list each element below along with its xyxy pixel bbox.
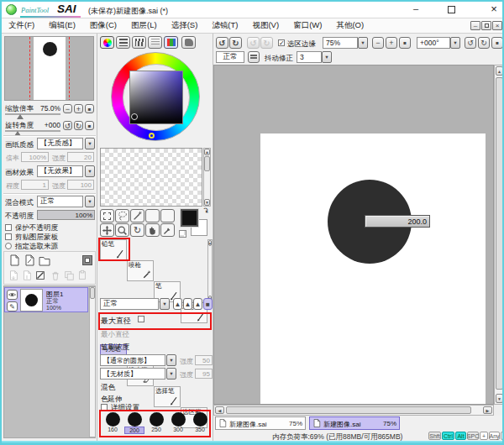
nav-zoom-slider[interactable] [5, 113, 60, 115]
scratchpad-scrollbar-thumb[interactable] [204, 156, 210, 171]
layer-opacity-slider[interactable]: 100% [37, 210, 95, 220]
navigator-preview[interactable] [4, 36, 94, 101]
close-button[interactable]: × [486, 3, 501, 16]
document-tab-2-active[interactable]: 新建图像.sai 75% [309, 416, 400, 430]
scratchpad-toggle[interactable] [181, 36, 196, 49]
tip-shape-3-button[interactable]: ▲ [193, 298, 202, 310]
zoom-out-button[interactable]: − [63, 104, 72, 113]
layer-blend-select[interactable]: 正常 [37, 196, 83, 207]
copy-layer-icon[interactable] [63, 270, 75, 281]
brush-select-pen[interactable]: 选择笔 [154, 386, 181, 407]
edge-shape-dropdown-button[interactable]: ▼ [166, 354, 176, 366]
layer-blend-dropdown-button[interactable]: ▼ [85, 196, 95, 207]
menu-select[interactable]: 选择(S) [171, 20, 198, 31]
merge-down-icon[interactable] [21, 270, 33, 281]
rgb-sliders-toggle[interactable] [116, 36, 130, 49]
view-zoom-out-button[interactable]: − [372, 37, 384, 49]
brush-mode-dropdown-button[interactable]: ▼ [160, 298, 170, 310]
magic-wand-tool[interactable] [130, 209, 144, 222]
rotate-reset-button[interactable]: ■ [85, 121, 94, 130]
hsv-sliders-toggle[interactable] [132, 36, 146, 49]
clear-layer-icon[interactable] [34, 270, 46, 281]
maximize-button[interactable] [448, 6, 455, 13]
advanced-settings-checkbox[interactable] [101, 404, 108, 411]
menu-filter[interactable]: 滤镜(T) [212, 20, 238, 31]
canvas-scroll-left[interactable]: ◀ [215, 406, 224, 414]
canvas-page[interactable]: 200.0 [260, 134, 486, 405]
size-preset-300[interactable]: 300 [168, 412, 188, 436]
size-preset-160[interactable]: 160 [102, 412, 123, 436]
tool-slot-empty-1[interactable] [145, 209, 160, 222]
nav-rotate-slider[interactable] [5, 130, 60, 132]
protect-opacity-checkbox[interactable] [5, 224, 12, 231]
menu-others[interactable]: 其他(O) [336, 20, 364, 31]
rotate-ccw-button[interactable]: ↺ [63, 121, 72, 130]
reselect-button[interactable]: ↻ [260, 37, 273, 49]
redo-button[interactable]: ↻ [229, 37, 242, 49]
paper-effect-dropdown-button[interactable]: ▼ [85, 165, 95, 177]
paint-mode-select[interactable]: 正常 [216, 51, 244, 63]
delete-layer-icon[interactable] [50, 270, 61, 281]
paper-texture-select[interactable]: 【无质感】 [37, 138, 83, 149]
color-wheel-toggle[interactable] [100, 36, 114, 49]
menu-layer[interactable]: 图层(L) [131, 20, 157, 31]
menu-view[interactable]: 视图(V) [252, 20, 279, 31]
zoom-reset-button[interactable]: ■ [85, 104, 94, 113]
mdi-minimize-button[interactable]: – [470, 21, 480, 30]
new-layer-icon[interactable] [8, 254, 21, 267]
menu-edit[interactable]: 编辑(E) [49, 20, 76, 31]
view-rotate-cw-button[interactable]: ↻ [478, 37, 490, 49]
hand-tool[interactable] [145, 223, 160, 237]
eyedropper-tool[interactable] [160, 223, 175, 237]
brush-mode-select[interactable]: 正常 [100, 298, 159, 310]
clipping-mask-checkbox[interactable] [5, 233, 12, 240]
tip-shape-4-button-selected[interactable]: ■ [203, 298, 213, 310]
document-tab-1[interactable]: 新建图像.sai 75% [215, 416, 306, 430]
selection-edge-checkbox[interactable]: ✓ [278, 39, 285, 46]
mdi-restore-button[interactable] [481, 21, 491, 30]
scratchpad-area[interactable] [100, 148, 202, 207]
layer-visibility-toggle[interactable] [7, 290, 18, 300]
brush-airbrush[interactable]: 喷枪 [127, 260, 154, 281]
layer-mask-icon[interactable] [82, 255, 92, 265]
view-angle-select[interactable]: +000° [417, 37, 450, 49]
foreground-color-swatch[interactable] [181, 209, 198, 227]
menu-window[interactable]: 窗口(W) [293, 20, 322, 31]
tip-shape-1-button[interactable]: ▲ [173, 298, 182, 310]
view-zoom-in-button[interactable]: + [386, 37, 397, 49]
nav-zoom-slider-thumb[interactable] [17, 114, 24, 119]
canvas-hscrollbar-thumb[interactable] [226, 406, 471, 414]
color-wheel[interactable] [111, 52, 200, 141]
stabilizer-dropdown-button[interactable]: ▼ [322, 51, 332, 63]
view-zoom-dropdown-button[interactable]: ▼ [358, 37, 368, 49]
canvas-scroll-down[interactable]: ▼ [496, 394, 503, 403]
rotate-cw-button[interactable]: ↻ [74, 121, 83, 130]
canvas-scroll-right[interactable]: ▶ [483, 406, 492, 414]
view-rotate-ccw-button[interactable]: ↺ [465, 37, 476, 49]
canvas-vscrollbar[interactable]: ▲ ▼ [494, 65, 504, 405]
mdi-close-button[interactable]: × [492, 21, 502, 30]
minimize-button[interactable]: – [408, 3, 423, 16]
move-tool[interactable] [100, 223, 114, 237]
view-rotate-reset-button[interactable]: ■ [491, 37, 503, 49]
undo-button[interactable]: ↺ [216, 37, 228, 49]
brush-grid-scrollbar[interactable]: ▲ ▼ [207, 239, 213, 302]
swatches-toggle[interactable] [164, 36, 178, 49]
scratchpad-scroll-down[interactable]: ▼ [204, 199, 210, 206]
menu-file[interactable]: 文件(F) [8, 20, 34, 31]
transparent-color-button[interactable] [179, 230, 186, 238]
new-linework-layer-icon[interactable] [23, 254, 36, 267]
view-zoom-select[interactable]: 75% [323, 37, 358, 49]
menu-image[interactable]: 图像(C) [90, 20, 117, 31]
paste-layer-icon[interactable] [76, 270, 88, 281]
max-diameter-unit-button[interactable] [138, 316, 144, 322]
brush-pencil[interactable]: 铅笔 [100, 239, 127, 260]
scratchpad-scroll-up[interactable]: ▲ [204, 149, 210, 155]
size-preset-200-selected[interactable]: 200 [124, 412, 144, 436]
view-angle-dropdown-button[interactable]: ▼ [450, 37, 460, 49]
canvas-hscrollbar[interactable]: ◀ ▶ [213, 405, 494, 416]
lasso-tool[interactable] [115, 209, 129, 222]
canvas-viewport[interactable]: 200.0 [213, 65, 494, 405]
size-preset-250[interactable]: 250 [146, 412, 166, 436]
brush-texture-select[interactable]: 【无材质】 [100, 368, 165, 380]
